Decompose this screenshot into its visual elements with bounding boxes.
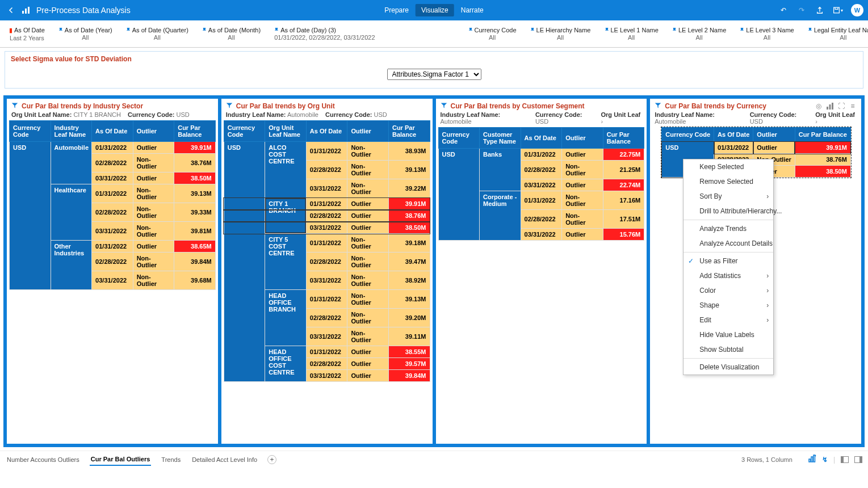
pin-icon	[605, 27, 609, 33]
bottom-tab[interactable]: Detailed Acct Level Info	[191, 454, 258, 465]
panel-industry-sector[interactable]: Cur Par Bal trends by Industry Sector Or…	[7, 99, 218, 444]
date-cell: 03/31/2022	[306, 370, 347, 382]
col-header[interactable]: Currency Code	[224, 121, 265, 142]
filter-item[interactable]: As of Date (Quarter)All	[119, 20, 195, 47]
col-header[interactable]: Industry Leaf Name	[51, 121, 92, 142]
bars-icon[interactable]	[826, 102, 834, 110]
col-header[interactable]: Cur Par Balance	[603, 128, 644, 149]
menu-item[interactable]: Hide Value Labels	[684, 327, 773, 342]
menu-item[interactable]: Keep Selected	[684, 159, 773, 174]
col-header[interactable]: Outlier	[753, 128, 795, 142]
bottom-tab[interactable]: Number Accounts Outliers	[6, 454, 81, 465]
table-org-unit[interactable]: Currency CodeOrg Unit Leaf NameAs Of Dat…	[224, 120, 430, 382]
value-cell: 15.76M	[603, 229, 644, 241]
panel-currency[interactable]: Cur Par Bal trends by Currency ◎ ⛶ ≡ Ind…	[650, 99, 861, 444]
col-header[interactable]: Cur Par Balance	[174, 121, 216, 142]
menu-item[interactable]: Add Statistics	[684, 268, 773, 283]
filter-item[interactable]: LE Level 1 NameAll	[598, 20, 665, 47]
sigma-select[interactable]: Attributes.Sigma Factor 1	[387, 69, 481, 80]
col-header[interactable]: Org Unit Leaf Name	[265, 121, 307, 142]
col-header[interactable]: As Of Date	[306, 121, 347, 142]
menu-item[interactable]: Drill to Attribute/Hierarchy...	[684, 204, 773, 218]
col-header[interactable]: Cur Par Balance	[795, 128, 850, 142]
col-header[interactable]: Cur Par Balance	[388, 121, 430, 142]
col-header[interactable]: As Of Date	[92, 121, 133, 142]
col-header[interactable]: Customer Type Name	[480, 128, 521, 149]
target-icon[interactable]: ◎	[815, 102, 823, 110]
menu-item[interactable]: Analyze Account Details	[684, 236, 773, 251]
menu-item[interactable]: Show Subtotal	[684, 342, 773, 357]
date-cell: 02/28/2022	[306, 253, 347, 271]
filter-label: As of Date (Year)	[65, 27, 112, 33]
date-cell: 01/31/2022	[92, 184, 133, 203]
panel-customer-segment[interactable]: Cur Par Bal trends by Customer Segment I…	[436, 99, 647, 444]
layout-right-icon[interactable]	[854, 456, 862, 463]
user-avatar[interactable]: W	[851, 4, 863, 16]
bottom-tab[interactable]: Cur Par Bal Outliers	[90, 453, 152, 466]
filter-item[interactable]: Legal Entity Leaf NameAll	[801, 20, 868, 47]
save-dropdown-icon[interactable]: ▾	[833, 5, 843, 15]
auto-insights-icon[interactable]	[808, 455, 816, 464]
menu-item[interactable]: Remove Selected	[684, 174, 773, 189]
date-cell: 03/31/2022	[306, 222, 347, 234]
table-row[interactable]: USD01/31/2022Outlier39.91M	[662, 142, 851, 154]
filter-item[interactable]: ▮As Of DateLast 2 Years	[2, 20, 52, 47]
filter-value: All	[808, 34, 868, 41]
refresh-icon[interactable]: ↯	[822, 456, 828, 464]
menu-item[interactable]: Shape	[684, 298, 773, 313]
date-cell: 01/31/2022	[714, 142, 753, 154]
menu-item[interactable]: Use as Filter	[684, 254, 773, 268]
tab-visualize[interactable]: Visualize	[416, 4, 454, 16]
col-header[interactable]: Currency Code	[10, 121, 51, 142]
filter-item[interactable]: Currency CodeAll	[462, 20, 523, 47]
col-header[interactable]: Currency Code	[662, 128, 714, 142]
col-header[interactable]: Outlier	[133, 121, 174, 142]
value-cell: 21.25M	[603, 161, 644, 179]
menu-item[interactable]: Analyze Trends	[684, 221, 773, 236]
chevron-right-icon[interactable]: ›	[601, 118, 603, 125]
group-cell: Corporate - Medium	[480, 191, 521, 241]
col-header[interactable]: Currency Code	[438, 128, 480, 149]
bottom-tab[interactable]: Trends	[160, 454, 182, 465]
menu-item[interactable]: Edit	[684, 313, 773, 327]
undo-icon[interactable]: ↶	[778, 5, 789, 15]
table-customer-segment[interactable]: Currency CodeCustomer Type NameAs Of Dat…	[438, 127, 645, 241]
filter-label: As of Date (Month)	[208, 27, 261, 33]
chevron-right-icon[interactable]: ›	[815, 118, 817, 125]
expand-icon[interactable]: ⛶	[837, 102, 845, 110]
value-cell: 39.91M	[795, 142, 850, 154]
pin-icon	[468, 27, 473, 33]
table-industry[interactable]: Currency CodeIndustry Leaf NameAs Of Dat…	[9, 120, 216, 290]
value-cell: 39.13M	[388, 161, 430, 179]
col-header[interactable]: As Of Date	[714, 128, 753, 142]
redo-icon[interactable]: ↷	[796, 5, 807, 15]
menu-item[interactable]: Sort By	[684, 189, 773, 204]
filter-item[interactable]: LE Level 3 NameAll	[733, 20, 800, 47]
tab-narrate[interactable]: Narrate	[455, 4, 489, 16]
tab-prepare[interactable]: Prepare	[379, 4, 414, 16]
layout-left-icon[interactable]	[841, 456, 849, 463]
table-row[interactable]: USDBanks01/31/2022Outlier22.75M	[438, 149, 644, 161]
svg-rect-0	[22, 11, 24, 14]
menu-icon[interactable]: ≡	[849, 102, 857, 110]
filter-item[interactable]: LE Level 2 NameAll	[665, 20, 733, 47]
back-button[interactable]	[5, 3, 18, 17]
col-header[interactable]: Outlier	[562, 128, 603, 149]
outlier-cell: Non-Outlier	[347, 253, 389, 271]
panel-org-unit[interactable]: Cur Par Bal trends by Org Unit Industry …	[221, 99, 433, 444]
filter-item[interactable]: As of Date (Month)All	[195, 20, 267, 47]
col-header[interactable]: Outlier	[347, 121, 389, 142]
share-icon[interactable]	[815, 5, 825, 15]
menu-item[interactable]: Delete Visualization	[684, 360, 773, 375]
add-tab-button[interactable]: +	[267, 455, 276, 464]
filter-item[interactable]: LE Hierarchy NameAll	[523, 20, 598, 47]
filter-label: As of Date (Day) (3)	[280, 27, 336, 33]
table-row[interactable]: USDALCO COST CENTRE01/31/2022Non-Outlier…	[224, 142, 430, 161]
filter-item[interactable]: As of Date (Year)All	[52, 20, 119, 47]
menu-item[interactable]: Color	[684, 283, 773, 298]
table-row[interactable]: USDAutomobile01/31/2022Outlier39.91M	[10, 142, 216, 154]
filter-item[interactable]: As of Date (Day) (3)01/31/2022, 02/28/20…	[267, 20, 381, 47]
outlier-cell: Non-Outlier	[133, 271, 174, 290]
col-header[interactable]: As Of Date	[521, 128, 562, 149]
page-title: Pre-Process Data Analysis	[36, 6, 131, 15]
